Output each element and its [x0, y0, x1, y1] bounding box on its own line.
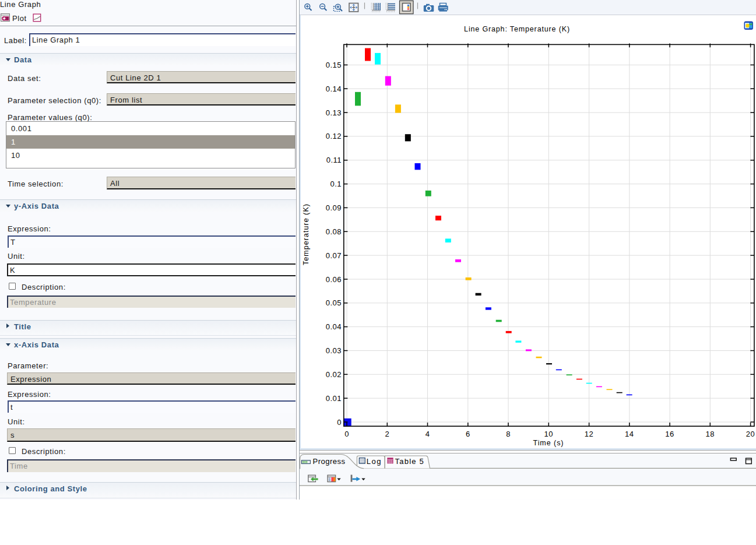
svg-text:0.07: 0.07 [326, 251, 342, 260]
svg-text:0.13: 0.13 [326, 108, 342, 117]
svg-text:Line Graph: Temperature (K): Line Graph: Temperature (K) [464, 25, 570, 33]
svg-text:0.06: 0.06 [326, 275, 342, 284]
svg-text:0.02: 0.02 [326, 370, 342, 379]
svg-text:0.14: 0.14 [326, 85, 342, 93]
svg-text:0.08: 0.08 [326, 227, 342, 236]
svg-text:10: 10 [544, 430, 553, 438]
svg-text:0.11: 0.11 [326, 156, 342, 164]
svg-text:Progress: Progress [313, 457, 346, 466]
svg-text:6: 6 [466, 430, 470, 438]
svg-text:0.15: 0.15 [326, 61, 342, 69]
svg-text:20: 20 [746, 430, 755, 438]
svg-text:4: 4 [426, 430, 430, 438]
svg-text:0.05: 0.05 [326, 298, 342, 307]
svg-text:0: 0 [344, 430, 349, 438]
svg-text:2: 2 [385, 430, 389, 438]
svg-text:0.01: 0.01 [326, 394, 342, 403]
svg-text:Log: Log [367, 457, 382, 466]
svg-text:16: 16 [665, 430, 674, 438]
svg-text:12: 12 [585, 430, 593, 438]
svg-text:18: 18 [706, 430, 715, 438]
svg-text:0.03: 0.03 [326, 346, 342, 355]
svg-text:Time (s): Time (s) [533, 439, 564, 447]
svg-text:8: 8 [506, 430, 511, 438]
svg-text:0.12: 0.12 [326, 132, 342, 140]
svg-text:14: 14 [625, 430, 634, 438]
svg-text:Table 5: Table 5 [395, 457, 424, 466]
svg-text:Temperature (K): Temperature (K) [302, 203, 310, 265]
svg-text:0: 0 [337, 418, 342, 427]
svg-text:0.1: 0.1 [330, 180, 342, 188]
svg-text:0.09: 0.09 [326, 203, 342, 212]
svg-text:0.04: 0.04 [326, 322, 342, 331]
